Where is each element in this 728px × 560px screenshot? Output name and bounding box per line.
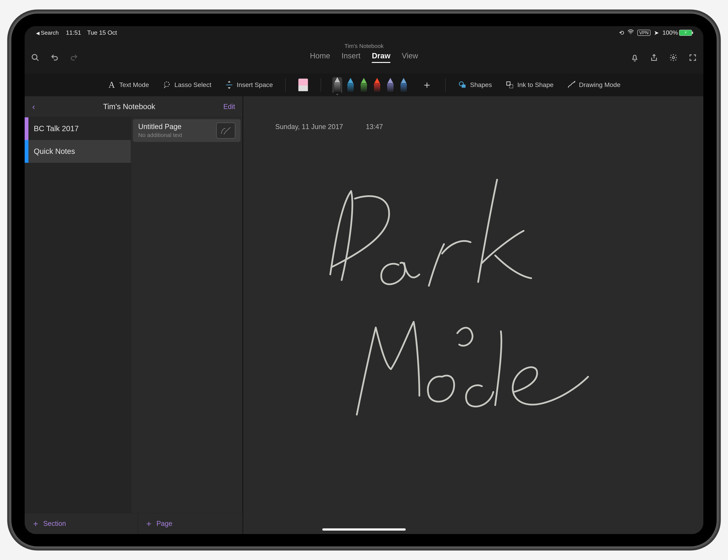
status-bar: Search 11:51 Tue 15 Oct ⟲ VPN ➤ 100% ⚡︎ (25, 26, 703, 39)
battery-text: 100% (662, 29, 678, 36)
ink-to-shape-icon (506, 81, 514, 89)
wifi-icon (628, 29, 634, 37)
pen-1[interactable]: ⌄ (332, 77, 342, 93)
add-pen-button[interactable]: ＋ (418, 78, 436, 92)
canvas[interactable]: Sunday, 11 June 2017 13:47 (243, 96, 703, 534)
status-date: Tue 15 Oct (87, 29, 117, 36)
shapes-icon (458, 81, 467, 89)
page-title: Untitled Page (138, 123, 213, 131)
insert-space-button[interactable]: Insert Space (222, 79, 276, 91)
text-icon: A (107, 81, 116, 89)
app-header: Tim's Notebook (25, 39, 703, 74)
status-right: ⟲ VPN ➤ 100% ⚡︎ (619, 29, 692, 37)
page-thumbnail (216, 123, 235, 139)
sidebar-body: BC Talk 2017 Quick Notes Untitled Page N… (25, 117, 243, 513)
tab-home[interactable]: Home (310, 52, 330, 63)
lasso-icon (163, 81, 171, 89)
insert-space-icon (225, 81, 233, 89)
lasso-label: Lasso Select (174, 81, 211, 89)
status-time: 11:51 (66, 29, 81, 36)
canvas-date: Sunday, 11 June 2017 (275, 123, 343, 131)
shapes-button[interactable]: Shapes (455, 79, 495, 91)
add-section-button[interactable]: ＋ Section (25, 513, 138, 534)
pen-6[interactable] (399, 78, 409, 93)
insert-space-label: Insert Space (237, 81, 273, 89)
canvas-meta: Sunday, 11 June 2017 13:47 (275, 123, 383, 131)
shapes-label: Shapes (470, 81, 492, 89)
add-page-button[interactable]: ＋ Page (138, 513, 243, 534)
navigation-sidebar: ‹ Tim's Notebook Edit BC Talk 2017 Quick… (25, 96, 243, 534)
pages-list: Untitled Page No additional text (131, 117, 243, 513)
separator (445, 78, 446, 92)
pen-tray: ⌄ (330, 77, 410, 93)
add-page-label: Page (156, 520, 172, 528)
sidebar-footer: ＋ Section ＋ Page (25, 513, 243, 534)
drawing-mode-button[interactable]: Drawing Mode (564, 79, 624, 91)
text-mode-button[interactable]: A Text Mode (104, 79, 152, 91)
edit-button[interactable]: Edit (223, 103, 235, 111)
section-label: BC Talk 2017 (28, 124, 79, 133)
section-color-stripe (25, 117, 28, 140)
plus-icon: ＋ (31, 518, 40, 529)
section-color-stripe (25, 140, 28, 163)
ipad-frame: Search 11:51 Tue 15 Oct ⟲ VPN ➤ 100% ⚡︎ (9, 11, 719, 549)
add-section-label: Section (43, 520, 66, 528)
draw-ribbon: A Text Mode Lasso Select Insert Space (25, 74, 703, 97)
svg-point-3 (164, 82, 169, 87)
separator (285, 78, 286, 92)
section-item[interactable]: Quick Notes (25, 140, 131, 163)
location-icon: ➤ (654, 29, 659, 36)
document-title[interactable]: Tim's Notebook (25, 43, 703, 49)
text-mode-label: Text Mode (119, 81, 149, 89)
vpn-indicator: VPN (637, 30, 650, 36)
page-item[interactable]: Untitled Page No additional text (133, 119, 241, 142)
separator (321, 78, 321, 92)
sidebar-header: ‹ Tim's Notebook Edit (25, 96, 243, 117)
svg-rect-6 (462, 85, 466, 88)
pen-2[interactable] (346, 78, 355, 93)
plus-icon: ＋ (145, 518, 153, 529)
drawing-mode-icon (567, 81, 576, 89)
notebook-title[interactable]: Tim's Notebook (35, 102, 223, 111)
lasso-button[interactable]: Lasso Select (160, 79, 214, 91)
chevron-down-icon[interactable]: ⌄ (336, 91, 339, 96)
pen-3[interactable] (359, 78, 369, 93)
section-item[interactable]: BC Talk 2017 (25, 117, 131, 140)
battery-indicator: 100% ⚡︎ (662, 29, 692, 36)
canvas-time: 13:47 (366, 123, 383, 131)
eraser-icon (298, 79, 308, 91)
status-left: Search 11:51 Tue 15 Oct (36, 29, 117, 36)
tab-insert[interactable]: Insert (341, 52, 360, 63)
sections-list: BC Talk 2017 Quick Notes (25, 117, 131, 513)
ink-to-shape-button[interactable]: Ink to Shape (503, 79, 557, 91)
section-label: Quick Notes (28, 147, 75, 156)
ink-to-shape-label: Ink to Shape (517, 81, 554, 89)
pen-5[interactable] (385, 78, 395, 93)
ribbon-tabs: Home Insert Draw View (25, 52, 703, 63)
screen: Search 11:51 Tue 15 Oct ⟲ VPN ➤ 100% ⚡︎ (25, 26, 703, 534)
back-to-app[interactable]: Search (36, 30, 59, 36)
page-subtitle: No additional text (138, 132, 213, 138)
handwriting-dark-mode (292, 168, 596, 434)
battery-icon: ⚡︎ (679, 30, 692, 36)
back-button[interactable]: ‹ (32, 102, 35, 111)
tab-draw[interactable]: Draw (372, 52, 390, 63)
orientation-lock-icon: ⟲ (619, 29, 624, 36)
tab-view[interactable]: View (402, 52, 418, 63)
home-indicator[interactable] (322, 528, 406, 531)
drawing-mode-label: Drawing Mode (579, 81, 621, 89)
eraser-button[interactable] (295, 77, 311, 93)
pen-4[interactable] (372, 78, 382, 93)
